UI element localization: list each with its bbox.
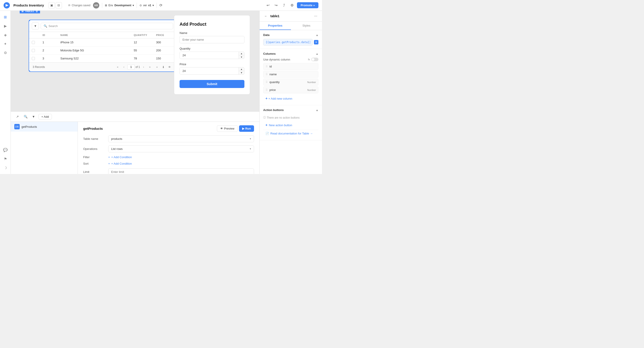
filter-queries-btn[interactable]: ▼ xyxy=(30,114,37,120)
col-header-checkbox xyxy=(29,32,40,38)
env-selector[interactable]: ⊞ Env Development ▾ xyxy=(105,4,134,7)
page-next-btn[interactable]: › xyxy=(141,64,146,70)
table-row[interactable]: 2 Motorola Edge 5G 55 200 xyxy=(29,46,176,54)
tab-styles[interactable]: Styles xyxy=(291,22,322,30)
table-download-btn[interactable]: ⬇ xyxy=(160,64,166,70)
cell-checkbox-2[interactable] xyxy=(29,46,40,54)
table-name-select[interactable]: products ▾ xyxy=(108,135,254,142)
page-first-btn[interactable]: « xyxy=(115,64,120,70)
promote-btn[interactable]: Promote » xyxy=(297,2,318,8)
add-condition-plus-icon: + xyxy=(108,156,110,159)
data-value-input[interactable]: {{queries.getProducts.data}} xyxy=(263,39,312,46)
table-filter-btn[interactable]: ▼ xyxy=(32,22,39,29)
undo-btn[interactable]: ↩ xyxy=(265,2,271,8)
page-input[interactable]: 1 xyxy=(128,64,134,70)
column-item-name[interactable]: ⠿ name xyxy=(263,71,318,78)
columns-section-collapse-btn[interactable]: ▲ xyxy=(316,52,318,55)
dynamic-column-toggle[interactable] xyxy=(311,58,318,61)
table-column-headers: ID NAME QUANTITY PRICE xyxy=(29,32,176,38)
action-buttons-section-header: Action buttons ▲ xyxy=(263,108,318,112)
read-docs-btn[interactable]: 📄 Read documentation for Table → xyxy=(263,130,318,137)
column-item-id[interactable]: ⠿ id xyxy=(263,63,318,70)
preview-btn[interactable]: 👁 Preview xyxy=(217,125,238,132)
sidebar-item-comments[interactable]: 💬 xyxy=(2,146,9,154)
sort-plus-icon: + xyxy=(108,162,110,165)
operations-chevron-icon: ▾ xyxy=(250,148,251,150)
sidebar-item-variables[interactable]: ◈ xyxy=(2,31,9,38)
run-btn[interactable]: ▶ Run xyxy=(239,125,254,132)
page-last-btn[interactable]: » xyxy=(147,64,152,70)
table-name-chevron-icon: ▾ xyxy=(250,137,251,140)
page-prev-btn[interactable]: ‹ xyxy=(121,64,126,70)
right-panel: ← table1 ⋯ Properties Styles Data ▲ {{qu… xyxy=(260,11,322,174)
docs-icon: 📄 xyxy=(266,132,269,135)
quantity-up-btn[interactable]: ▲ xyxy=(239,52,244,55)
cell-quantity-3: 78 xyxy=(131,54,154,62)
table-row[interactable]: 1 iPhone 15 12 300 xyxy=(29,38,176,46)
price-down-btn[interactable]: ▼ xyxy=(239,71,244,74)
data-section: Data ▲ {{queries.getProducts.data}} ✕ xyxy=(260,30,322,49)
records-count: 3 Records xyxy=(33,65,113,69)
sidebar-item-settings[interactable]: ⚙ xyxy=(2,49,9,56)
table-row[interactable]: 3 Samsung S22 78 150 xyxy=(29,54,176,62)
bottom-toolbar: ↗ 🔍 ▼ + Add xyxy=(11,112,260,122)
operations-select[interactable]: List rows ▾ xyxy=(108,145,254,152)
filter-add-condition[interactable]: + + Add Condition xyxy=(108,156,132,159)
limit-input[interactable] xyxy=(108,169,254,174)
tab-properties[interactable]: Properties xyxy=(260,22,291,30)
cell-checkbox-3[interactable] xyxy=(29,54,40,62)
columns-section-title: Columns xyxy=(263,52,316,55)
query-item-getproducts[interactable]: DB getProducts xyxy=(11,122,78,132)
sidebar-item-pages[interactable]: ⊞ xyxy=(2,13,9,20)
table-add-row-btn[interactable]: + xyxy=(154,64,160,70)
action-buttons-collapse-btn[interactable]: ▲ xyxy=(316,109,318,112)
column-item-quantity[interactable]: ⠿ quantity Number xyxy=(263,79,318,86)
data-section-collapse-btn[interactable]: ▲ xyxy=(316,33,318,37)
right-panel-back-btn[interactable]: ← xyxy=(263,13,268,19)
env-icon: ⊞ xyxy=(105,4,107,7)
settings-btn[interactable]: ⚙ xyxy=(289,2,295,8)
add-query-btn[interactable]: + Add xyxy=(38,114,52,120)
sync-icon[interactable]: ⟳ xyxy=(160,3,162,7)
action-buttons-section: Action buttons ▲ ⓘ There are no action b… xyxy=(260,105,322,140)
name-input[interactable] xyxy=(180,36,244,43)
right-panel-more-btn[interactable]: ⋯ xyxy=(313,13,318,19)
sidebar-item-moon[interactable]: ☽ xyxy=(2,164,9,171)
table-label-delete-btn[interactable]: 🗑 xyxy=(36,11,38,13)
app-logo xyxy=(4,2,10,8)
column-item-price[interactable]: ⠿ price Number xyxy=(263,86,318,93)
redo-btn[interactable]: ↪ xyxy=(273,2,279,8)
info-icon: ⓘ xyxy=(263,116,266,120)
main-layout: ⊞ ▶ ◈ ✦ ⚙ 💬 ⚑ ☽ ⊞ TABLE1 🗑 xyxy=(0,11,322,174)
search-queries-btn[interactable]: 🔍 xyxy=(22,114,28,120)
sidebar-item-components[interactable]: ▶ xyxy=(2,22,9,29)
table-refresh-btn[interactable]: 👁 xyxy=(167,64,172,70)
data-input-clear-btn[interactable]: ✕ xyxy=(314,40,318,44)
quantity-down-btn[interactable]: ▼ xyxy=(239,55,244,59)
right-panel-header: ← table1 ⋯ xyxy=(260,11,322,22)
operations-label: Operations xyxy=(83,147,106,151)
table-name-row: Table name products ▾ xyxy=(83,135,254,142)
sort-add-condition[interactable]: + + Add Condition xyxy=(108,162,132,165)
cell-checkbox-1[interactable] xyxy=(29,38,40,46)
desktop-view-btn[interactable]: ▣ xyxy=(48,2,55,8)
sidebar-item-plugins[interactable]: ✦ xyxy=(2,40,9,47)
quantity-input[interactable]: 24 xyxy=(180,52,238,59)
resize-handle-bl[interactable] xyxy=(28,70,30,72)
price-up-btn[interactable]: ▲ xyxy=(239,67,244,71)
ver-selector[interactable]: ⊙ ver v1 ▾ xyxy=(140,4,154,7)
quantity-spinner-btns: ▲ ▼ xyxy=(238,52,244,59)
add-new-column-btn[interactable]: + + Add new column xyxy=(263,95,318,102)
share-btn[interactable]: ⤴ xyxy=(281,2,287,8)
collapse-btn[interactable]: ↗ xyxy=(14,114,20,120)
price-input[interactable]: 24 xyxy=(180,67,238,74)
cell-name-2: Motorola Edge 5G xyxy=(58,46,131,54)
action-buttons-title: Action buttons xyxy=(263,108,316,112)
bottom-panel: ↗ 🔍 ▼ + Add DB getProducts getProducts xyxy=(11,111,260,174)
mobile-view-btn[interactable]: ⊟ xyxy=(56,2,62,8)
sidebar-item-chat[interactable]: ⚑ xyxy=(2,155,9,162)
new-action-button-btn[interactable]: + New action button xyxy=(263,121,318,129)
submit-btn[interactable]: Submit xyxy=(180,80,244,88)
cell-id-3: 3 xyxy=(40,54,58,62)
avatar[interactable]: KR xyxy=(93,2,99,8)
